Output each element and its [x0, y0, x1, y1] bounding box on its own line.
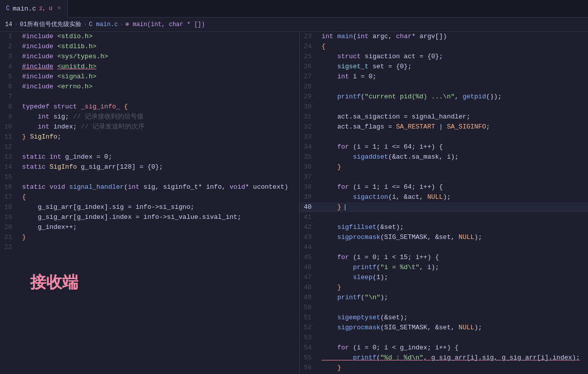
line-content: #include <stdlib.h>	[20, 42, 299, 52]
line-content: act.sa_sigaction = signal_handler;	[320, 112, 588, 122]
line-content	[320, 132, 588, 142]
tab-filename: main.c	[13, 5, 36, 13]
line-row: 52 sigprocmask(SIG_SETMASK, &set, NULL);	[300, 323, 588, 333]
line-content: }	[320, 363, 588, 373]
line-number: 55	[300, 353, 320, 363]
line-row: 15	[0, 172, 299, 182]
line-row: 46 printf("i = %d\t", i);	[300, 263, 588, 273]
line-number: 30	[300, 102, 320, 112]
line-number: 35	[300, 152, 320, 162]
line-number: 6	[0, 82, 20, 92]
breadcrumb-sep1: ›	[14, 21, 18, 28]
line-number: 36	[300, 162, 320, 172]
line-number: 51	[300, 313, 320, 323]
line-number: 52	[300, 323, 320, 333]
line-number: 31	[300, 112, 320, 122]
line-content: #include <sys/types.h>	[20, 52, 299, 62]
line-number: 21	[0, 232, 20, 242]
line-row: 35 sigaddset(&act.sa_mask, i);	[300, 152, 588, 162]
line-content: sigset_t set = {0};	[320, 62, 588, 72]
left-panel: 1 #include <stdio.h> 2 #include <stdlib.…	[0, 32, 300, 374]
line-row: 1 #include <stdio.h>	[0, 32, 299, 42]
line-content	[20, 242, 299, 253]
line-content: {	[320, 42, 588, 52]
line-number: 26	[300, 62, 320, 72]
breadcrumb-file: C main.c	[89, 21, 118, 28]
breadcrumb-folder: 01所有信号优先级实验	[20, 20, 81, 29]
line-number: 24	[300, 42, 320, 52]
line-row: 26 sigset_t set = {0};	[300, 62, 588, 72]
line-number: 9	[0, 112, 20, 122]
line-number: 16	[0, 182, 20, 192]
line-number: 3	[0, 52, 20, 62]
line-number: 43	[300, 232, 320, 242]
line-number: 25	[300, 52, 320, 62]
line-number: 34	[300, 142, 320, 152]
line-row: 18 g_sig_arr[g_index].sig = info->si_sig…	[0, 202, 299, 212]
line-row: 20 g_index++;	[0, 222, 299, 232]
line-row: 36 }	[300, 162, 588, 172]
line-content	[320, 102, 588, 112]
line-row: 5 #include <signal.h>	[0, 72, 299, 82]
line-number: 53	[300, 333, 320, 343]
line-content: sigfillset(&set);	[320, 222, 588, 232]
line-row: 24 {	[300, 42, 588, 52]
line-content: for (i = 1; i <= 64; i++) {	[320, 142, 588, 152]
line-number: 54	[300, 343, 320, 353]
line-row: 2 #include <stdlib.h>	[0, 42, 299, 52]
code-container: 1 #include <stdio.h> 2 #include <stdlib.…	[0, 32, 588, 374]
line-row-40: 40 }|	[300, 202, 588, 212]
main-tab[interactable]: C main.c 2, U ×	[0, 0, 68, 18]
line-content: int i = 0;	[320, 72, 588, 82]
line-content: #include <stdio.h>	[20, 32, 299, 42]
line-number: 49	[300, 293, 320, 303]
line-content: sleep(1);	[320, 273, 588, 283]
line-content: printf("%d : %d\n", g_sig_arr[i].sig, g_…	[320, 353, 588, 363]
tab-c-icon: C	[6, 5, 10, 12]
line-content: static int g_index = 0;	[20, 152, 299, 162]
line-row: 44	[300, 242, 588, 253]
line-number: 1	[0, 32, 20, 42]
line-number: 20	[0, 222, 20, 232]
line-content: static void signal_handler(int sig, sigi…	[20, 182, 299, 192]
line-row: 13 static int g_index = 0;	[0, 152, 299, 162]
line-row: 41	[300, 212, 588, 222]
line-row: 31 act.sa_sigaction = signal_handler;	[300, 112, 588, 122]
line-row: 17 {	[0, 192, 299, 202]
line-content	[320, 333, 588, 343]
line-row: 22	[0, 242, 299, 253]
line-row: 42 sigfillset(&set);	[300, 222, 588, 232]
line-content: sigprocmask(SIG_SETMASK, &set, NULL);	[320, 323, 588, 333]
line-number: 56	[300, 363, 320, 373]
line-row: 47 sleep(1);	[300, 273, 588, 283]
line-row: 10 int index; // 记录发送时的次序	[0, 122, 299, 132]
line-number: 48	[300, 283, 320, 293]
line-content: typedef struct _sig_info_ {	[20, 102, 299, 112]
line-content: static SigInfo g_sig_arr[128] = {0};	[20, 162, 299, 172]
line-row: 54 for (i = 0; i < g_index; i++) {	[300, 343, 588, 353]
line-number: 7	[0, 92, 20, 102]
line-row: 53	[300, 333, 588, 343]
line-number: 38	[300, 182, 320, 192]
line-row: 48 }	[300, 283, 588, 293]
line-row: 4 #include <unistd.h>	[0, 62, 299, 72]
line-row: 29 printf("current pid(%d) ...\n", getpi…	[300, 92, 588, 102]
line-row: 34 for (i = 1; i <= 64; i++) {	[300, 142, 588, 152]
line-content: }	[320, 283, 588, 293]
line-content: int main(int argc, char* argv[])	[320, 32, 588, 42]
line-content: #include <errno.h>	[20, 82, 299, 92]
line-content: for (i = 0; i < 15; i++) {	[320, 253, 588, 263]
line-number: 41	[300, 212, 320, 222]
breadcrumb: 14 › 01所有信号优先级实验 › C main.c › ⊕ main(int…	[0, 18, 588, 32]
line-row: 8 typedef struct _sig_info_ {	[0, 102, 299, 112]
line-row: 14 static SigInfo g_sig_arr[128] = {0};	[0, 162, 299, 172]
line-number: 32	[300, 122, 320, 132]
line-content: sigaddset(&act.sa_mask, i);	[320, 152, 588, 162]
line-content	[320, 303, 588, 313]
line-number: 17	[0, 192, 20, 202]
tab-close-button[interactable]: ×	[57, 5, 61, 12]
line-row: 49 printf("\n");	[300, 293, 588, 303]
line-content: sigprocmask(SIG_SETMASK, &set, NULL);	[320, 232, 588, 242]
line-row: 25 struct sigaction act = {0};	[300, 52, 588, 62]
line-row: 33	[300, 132, 588, 142]
